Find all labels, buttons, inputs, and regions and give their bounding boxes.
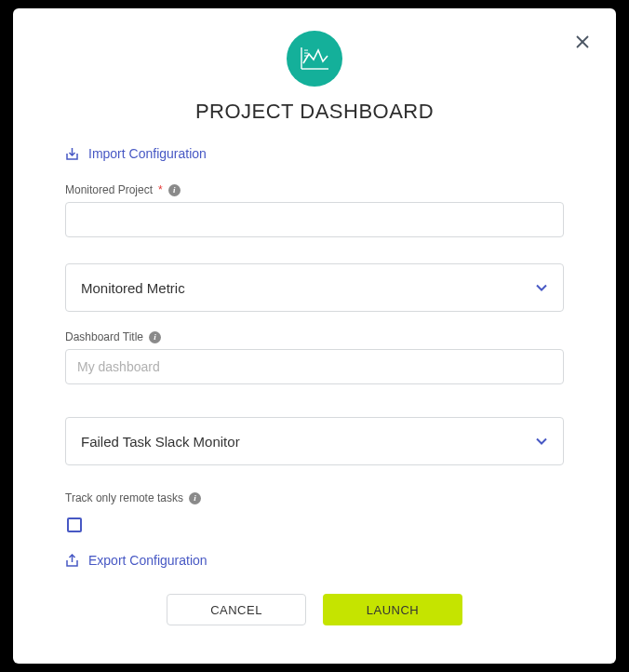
track-remote-field: Track only remote tasks i xyxy=(65,491,564,532)
info-icon[interactable]: i xyxy=(189,492,201,504)
track-remote-label-text: Track only remote tasks xyxy=(65,491,183,504)
export-link-label: Export Configuration xyxy=(88,553,207,568)
export-icon xyxy=(65,554,79,568)
close-icon xyxy=(575,34,590,49)
failed-task-monitor-select[interactable]: Failed Task Slack Monitor xyxy=(65,417,564,465)
dashboard-title-input[interactable] xyxy=(65,349,564,384)
cancel-button[interactable]: CANCEL xyxy=(167,594,306,625)
close-button[interactable] xyxy=(569,29,596,55)
track-remote-checkbox[interactable] xyxy=(67,517,82,532)
monitored-metric-select[interactable]: Monitored Metric xyxy=(65,263,564,312)
cancel-button-label: CANCEL xyxy=(210,603,262,617)
chevron-down-icon xyxy=(535,281,548,294)
dashboard-title-label: Dashboard Title i xyxy=(65,330,564,343)
dashboard-chart-icon xyxy=(287,31,342,87)
modal-footer: CANCEL LAUNCH xyxy=(13,594,616,625)
dashboard-title-label-text: Dashboard Title xyxy=(65,330,143,343)
required-asterisk: * xyxy=(158,183,163,196)
modal-title: PROJECT DASHBOARD xyxy=(195,100,434,124)
monitored-project-input[interactable] xyxy=(65,202,564,237)
import-link-label: Import Configuration xyxy=(88,146,207,161)
launch-button[interactable]: LAUNCH xyxy=(323,594,462,625)
info-icon[interactable]: i xyxy=(149,331,161,343)
modal-header: PROJECT DASHBOARD xyxy=(13,31,616,124)
track-remote-label: Track only remote tasks i xyxy=(65,491,564,504)
monitored-project-label-text: Monitored Project xyxy=(65,183,153,196)
info-icon[interactable]: i xyxy=(168,184,181,196)
chevron-down-icon xyxy=(535,435,548,448)
export-configuration-link[interactable]: Export Configuration xyxy=(65,553,564,568)
modal-content: Import Configuration Monitored Project *… xyxy=(13,146,616,568)
import-icon xyxy=(65,147,79,161)
failed-task-monitor-selected: Failed Task Slack Monitor xyxy=(81,434,240,450)
monitored-project-label: Monitored Project * i xyxy=(65,183,564,196)
launch-button-label: LAUNCH xyxy=(367,603,419,617)
project-dashboard-modal: PROJECT DASHBOARD Import Configuration M… xyxy=(13,8,616,664)
import-configuration-link[interactable]: Import Configuration xyxy=(65,146,564,161)
monitored-metric-selected: Monitored Metric xyxy=(81,280,185,296)
